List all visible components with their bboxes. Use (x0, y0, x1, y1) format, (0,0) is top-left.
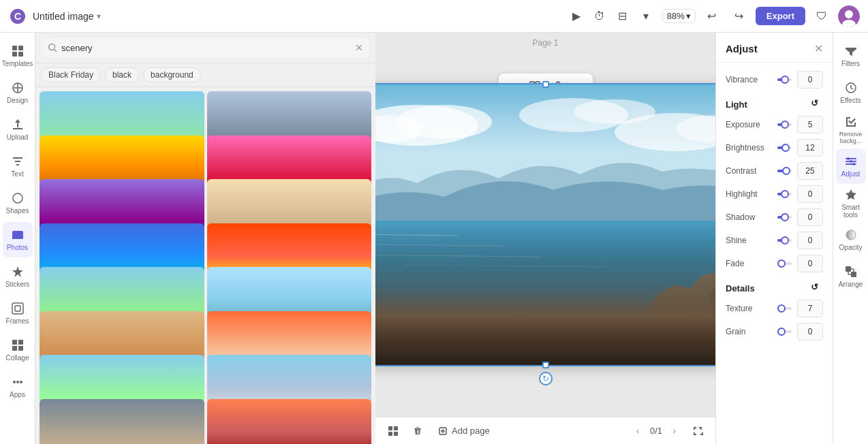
sidebar-item-stickers[interactable]: Stickers (3, 259, 33, 294)
sidebar-item-text[interactable]: Text (3, 148, 33, 184)
layout-caret[interactable]: ▾ (635, 5, 657, 27)
sidebar-item-photos[interactable]: Photos (3, 222, 33, 257)
highlight-slider[interactable] (777, 193, 792, 195)
shadow-slider[interactable] (777, 216, 792, 219)
timer-btn[interactable]: ⏱ (589, 5, 610, 27)
bottom-bar: Add page ‹ 0/1 › (375, 417, 715, 444)
exposure-value[interactable]: 5 (797, 116, 823, 133)
exposure-slider[interactable] (777, 123, 792, 126)
grain-slider[interactable] (777, 330, 792, 333)
sidebar-item-upload[interactable]: Upload (3, 112, 33, 147)
grain-row: Grain 0 (716, 320, 833, 343)
details-reset-btn[interactable]: ↺ (811, 282, 823, 294)
grain-value[interactable]: 0 (797, 323, 823, 340)
avatar[interactable] (838, 5, 860, 27)
page-nav: ‹ 0/1 › (630, 423, 683, 439)
svg-point-23 (49, 44, 55, 50)
layout-btn[interactable]: ⊟ (612, 5, 634, 27)
details-label: Details (726, 283, 755, 294)
contrast-slider[interactable] (777, 170, 792, 172)
grid-view-btn[interactable] (384, 422, 403, 441)
undo-btn[interactable]: ↩ (701, 5, 723, 27)
svg-rect-5 (12, 46, 17, 50)
photo-thumb-15[interactable] (40, 399, 204, 445)
next-page-btn[interactable]: › (666, 423, 683, 439)
smart-tools-btn[interactable]: Smart tools (836, 185, 866, 221)
play-btn[interactable]: ▶ (565, 5, 587, 27)
search-clear-btn[interactable]: ✕ (355, 42, 363, 53)
shadow-value[interactable]: 0 (797, 208, 823, 226)
light-reset-btn[interactable]: ↺ (811, 98, 823, 110)
texture-slider[interactable] (777, 307, 792, 310)
vibrance-value[interactable]: 0 (797, 71, 823, 89)
add-page-button[interactable]: Add page (433, 423, 495, 439)
tag-black[interactable]: black (105, 67, 139, 82)
svg-rect-8 (18, 52, 23, 57)
shadow-row: Shadow 0 (716, 206, 833, 229)
shine-value[interactable]: 0 (797, 232, 823, 249)
search-area: ✕ (35, 33, 375, 63)
opacity-btn[interactable]: Opacity (836, 222, 866, 257)
shine-label: Shine (726, 236, 772, 245)
sidebar-item-templates[interactable]: Templates (3, 38, 33, 74)
sidebar-item-shapes[interactable]: Shapes (3, 185, 33, 221)
adjust-tab-btn[interactable]: Adjust (836, 148, 866, 184)
export-button[interactable]: Export (756, 7, 805, 25)
vibrance-slider[interactable] (777, 78, 792, 81)
canvas-image (375, 84, 715, 365)
canvas-frame[interactable]: ↻ (375, 83, 715, 366)
svg-point-22 (20, 381, 22, 383)
highlight-value[interactable]: 0 (797, 185, 823, 203)
handle-tm[interactable] (542, 81, 549, 88)
zoom-control[interactable]: 88% ▾ (662, 9, 696, 23)
brightness-slider[interactable] (777, 146, 792, 149)
shield-btn[interactable]: 🛡 (811, 5, 833, 27)
svg-rect-42 (388, 426, 392, 430)
mode-tools: ▶ ⏱ ⊟ ▾ (565, 5, 657, 27)
redo-btn[interactable]: ↪ (728, 5, 750, 27)
svg-rect-16 (12, 340, 17, 345)
remove-bg-label: Remove backg... (836, 131, 866, 144)
fade-slider[interactable] (777, 262, 792, 265)
svg-line-40 (375, 255, 540, 257)
fade-row: Fade 0 (716, 252, 833, 275)
light-section-header[interactable]: Light ↺ (716, 91, 833, 113)
fullscreen-btn[interactable] (688, 422, 707, 441)
brightness-row: Brightness 12 (716, 136, 833, 159)
arrange-btn[interactable]: Arrange (836, 259, 866, 294)
remove-bg-btn[interactable]: Remove backg... (836, 112, 866, 147)
doc-title-caret: ▾ (97, 12, 101, 21)
svg-rect-19 (18, 346, 23, 351)
adjust-close-btn[interactable]: ✕ (814, 42, 823, 55)
brightness-value[interactable]: 12 (797, 139, 823, 157)
effects-btn[interactable]: Effects (836, 75, 866, 110)
brightness-label: Brightness (726, 143, 772, 153)
sidebar-text-label: Text (11, 170, 23, 178)
sidebar-item-design[interactable]: Design (3, 75, 33, 110)
tag-background[interactable]: background (143, 67, 201, 82)
handle-bm[interactable] (542, 362, 549, 368)
rotate-handle[interactable]: ↻ (539, 372, 553, 385)
photo-thumb-16[interactable] (207, 399, 372, 445)
svg-point-3 (845, 10, 853, 18)
tag-black-friday[interactable]: Black Friday (41, 67, 101, 82)
filters-btn[interactable]: Filters (836, 38, 866, 74)
light-label: Light (726, 99, 747, 110)
sidebar-item-collage[interactable]: Collage (3, 332, 33, 368)
sidebar-item-frames[interactable]: Frames (3, 296, 33, 331)
sidebar-item-apps[interactable]: Apps (3, 369, 33, 405)
details-section-header[interactable]: Details ↺ (716, 275, 833, 297)
doc-title-area[interactable]: Untitled image ▾ (33, 11, 101, 22)
texture-value[interactable]: 7 (797, 300, 823, 317)
shine-slider[interactable] (777, 239, 792, 242)
fade-value[interactable]: 0 (797, 255, 823, 272)
contrast-value[interactable]: 25 (797, 162, 823, 180)
svg-rect-44 (388, 432, 392, 436)
prev-page-btn[interactable]: ‹ (630, 423, 646, 439)
logo[interactable]: C (8, 7, 27, 26)
sidebar-photos-label: Photos (7, 244, 28, 251)
trash-btn[interactable] (408, 422, 427, 441)
search-input[interactable] (61, 43, 351, 53)
highlight-label: Highlight (726, 189, 772, 199)
svg-rect-14 (12, 303, 23, 314)
